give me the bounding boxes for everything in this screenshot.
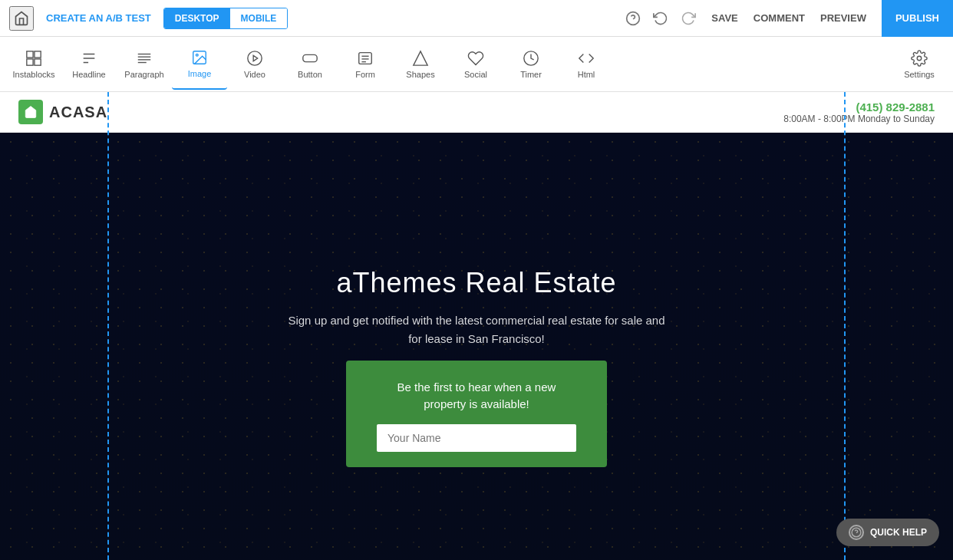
- preview-button[interactable]: PREVIEW: [820, 12, 866, 24]
- device-toggle: DESKTOP MOBILE: [163, 8, 288, 29]
- redo-button[interactable]: [678, 8, 699, 29]
- canvas-area: ACASA (415) 829-2881 8:00AM - 8:00PM Mon…: [0, 92, 953, 560]
- publish-button[interactable]: PUBLISH: [882, 0, 953, 37]
- paragraph-label: Paragraph: [124, 70, 163, 79]
- toolbar-instablocks[interactable]: Instablocks: [6, 39, 61, 90]
- toolbar-form[interactable]: Form: [338, 39, 393, 90]
- element-toolbar: Instablocks Headline Paragraph Image Vid…: [0, 37, 953, 92]
- svg-rect-5: [35, 58, 41, 64]
- form-card: Be the first to hear when a new property…: [346, 361, 607, 467]
- toolbar-social[interactable]: Social: [448, 39, 503, 90]
- svg-point-11: [196, 54, 198, 56]
- site-phone: (415) 829-2881: [783, 100, 935, 114]
- shapes-label: Shapes: [406, 70, 434, 79]
- svg-rect-4: [27, 58, 33, 64]
- social-label: Social: [464, 70, 487, 79]
- top-nav-left: CREATE AN A/B TEST DESKTOP MOBILE: [9, 6, 610, 31]
- toolbar-paragraph[interactable]: Paragraph: [117, 39, 172, 90]
- site-logo: ACASA: [18, 100, 107, 124]
- toolbar-video[interactable]: Video: [227, 39, 282, 90]
- instablocks-label: Instablocks: [12, 70, 54, 79]
- logo-text: ACASA: [49, 104, 107, 121]
- quick-help-button[interactable]: QUICK HELP: [836, 519, 939, 546]
- toolbar-image[interactable]: Image: [172, 39, 227, 90]
- html-label: Html: [578, 70, 595, 79]
- logo-icon: [18, 100, 43, 124]
- form-label: Form: [355, 70, 375, 79]
- headline-label: Headline: [72, 70, 105, 79]
- toolbar-headline[interactable]: Headline: [61, 39, 117, 90]
- quick-help-icon: [849, 525, 864, 540]
- hero-content: aThemes Real Estate Sign up and get noti…: [285, 267, 668, 467]
- quick-help-label: QUICK HELP: [870, 527, 927, 538]
- svg-marker-13: [253, 55, 258, 61]
- undo-button[interactable]: [650, 8, 671, 29]
- top-nav-right: SAVE COMMENT PREVIEW PUBLISH: [711, 0, 944, 37]
- home-button[interactable]: [9, 6, 34, 31]
- toolbar-shapes[interactable]: Shapes: [393, 39, 448, 90]
- mobile-button[interactable]: MOBILE: [230, 8, 288, 28]
- toolbar-settings[interactable]: Settings: [892, 39, 947, 90]
- video-label: Video: [244, 70, 265, 79]
- svg-rect-2: [27, 51, 33, 57]
- toolbar-html[interactable]: Html: [559, 39, 614, 90]
- create-ab-button[interactable]: CREATE AN A/B TEST: [46, 12, 151, 24]
- svg-point-12: [248, 51, 262, 64]
- image-label: Image: [188, 69, 212, 78]
- save-button[interactable]: SAVE: [711, 12, 737, 24]
- svg-rect-14: [303, 54, 317, 61]
- settings-label: Settings: [904, 70, 935, 79]
- hero-section: aThemes Real Estate Sign up and get noti…: [0, 133, 953, 560]
- site-hours: 8:00AM - 8:00PM Monday to Sunday: [783, 114, 935, 124]
- timer-label: Timer: [520, 70, 542, 79]
- toolbar-timer[interactable]: Timer: [503, 39, 559, 90]
- help-button[interactable]: [622, 8, 644, 29]
- toolbar-button[interactable]: Button: [282, 39, 338, 90]
- hero-subtitle: Sign up and get notified with the latest…: [285, 311, 668, 348]
- hero-title: aThemes Real Estate: [336, 267, 616, 299]
- top-nav-center: [622, 8, 699, 29]
- website-preview: ACASA (415) 829-2881 8:00AM - 8:00PM Mon…: [0, 92, 953, 560]
- site-header: ACASA (415) 829-2881 8:00AM - 8:00PM Mon…: [0, 92, 953, 133]
- top-navigation: CREATE AN A/B TEST DESKTOP MOBILE SAVE C…: [0, 0, 953, 37]
- form-card-title: Be the first to hear when a new property…: [377, 379, 576, 413]
- svg-marker-19: [414, 51, 427, 64]
- svg-point-21: [917, 56, 922, 61]
- comment-button[interactable]: COMMENT: [753, 12, 805, 24]
- site-contact: (415) 829-2881 8:00AM - 8:00PM Monday to…: [783, 100, 935, 124]
- name-input[interactable]: [377, 424, 576, 452]
- desktop-button[interactable]: DESKTOP: [164, 8, 230, 28]
- button-label: Button: [298, 70, 322, 79]
- svg-rect-3: [35, 51, 41, 57]
